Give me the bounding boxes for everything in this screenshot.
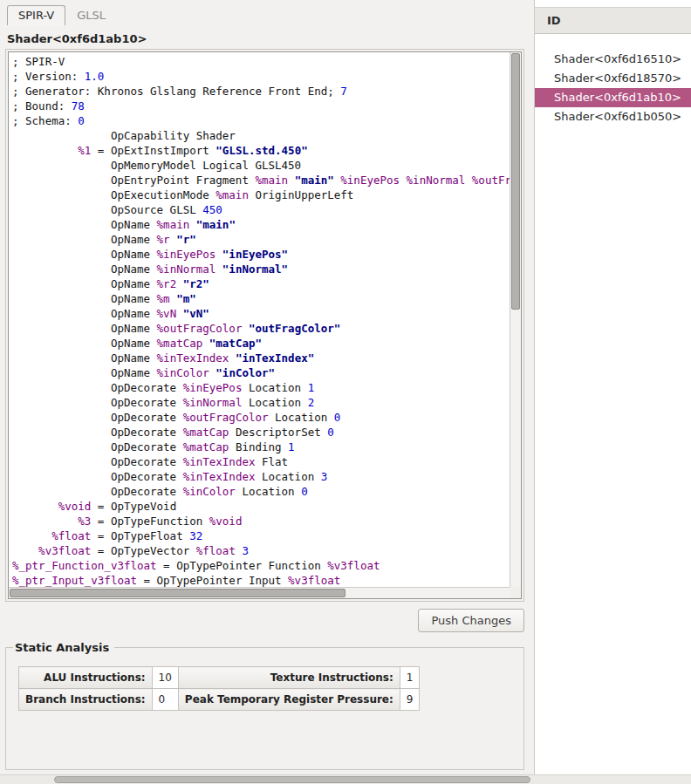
- analysis-table-row: Branch Instructions:0Peak Temporary Regi…: [19, 689, 420, 711]
- code-line: OpDecorate %matCap Binding 1: [12, 440, 510, 454]
- list-item[interactable]: Shader<0xf6d16510>: [535, 50, 691, 69]
- editor-vertical-scrollbar-thumb[interactable]: [511, 53, 520, 310]
- code-line: %1 = OpExtInstImport "GLSL.std.450": [12, 143, 510, 158]
- editor-button-row: Push Changes: [5, 609, 524, 632]
- code-line: OpEntryPoint Fragment %main "main" %inEy…: [12, 173, 510, 187]
- code-line: OpDecorate %matCap DescriptorSet 0: [12, 425, 510, 440]
- window-horizontal-scrollbar[interactable]: [0, 774, 691, 784]
- shader-title-label: Shader<0xf6d1ab10>: [7, 32, 524, 45]
- code-line: OpName %vN "vN": [12, 306, 510, 321]
- code-line: ; SPIR-V: [12, 54, 510, 69]
- code-line: OpName %inColor "inColor": [12, 365, 510, 380]
- code-line: OpDecorate %inColor Location 0: [12, 484, 510, 499]
- shader-tabbar: SPIR-V GLSL: [7, 5, 524, 25]
- analysis-cell-value: 0: [152, 689, 178, 711]
- code-line: OpName %main "main": [12, 217, 510, 232]
- code-line: OpDecorate %inEyePos Location 1: [12, 380, 510, 395]
- code-line: OpName %inTexIndex "inTexIndex": [12, 351, 510, 365]
- shader-id-pane: ID Shader<0xf6d16510>Shader<0xf6d18570>S…: [534, 0, 691, 774]
- analysis-cell-label: Branch Instructions:: [19, 689, 153, 711]
- code-line: %_ptr_Function_v3float = OpTypePointer F…: [12, 558, 510, 573]
- editor-vertical-scrollbar[interactable]: [510, 52, 521, 587]
- code-line: OpName %r "r": [12, 232, 510, 247]
- code-line: OpDecorate %inTexIndex Flat: [12, 454, 510, 469]
- analysis-cell-label: Texture Instructions:: [178, 667, 400, 689]
- list-item[interactable]: Shader<0xf6d1ab10>: [535, 88, 691, 107]
- code-content[interactable]: ; SPIR-V; Version: 1.0; Generator: Khron…: [9, 52, 510, 587]
- code-line: OpName %outFragColor "outFragColor": [12, 321, 510, 336]
- editor-horizontal-scrollbar-thumb[interactable]: [10, 589, 346, 597]
- analysis-cell-label: ALU Instructions:: [19, 667, 153, 689]
- code-line: %_ptr_Input_v3float = OpTypePointer Inpu…: [12, 573, 510, 587]
- analysis-table-row: ALU Instructions:10Texture Instructions:…: [19, 667, 420, 689]
- analysis-table-body: ALU Instructions:10Texture Instructions:…: [19, 667, 420, 711]
- analysis-cell-value: 10: [152, 667, 178, 689]
- code-line: OpName %matCap "matCap": [12, 336, 510, 351]
- code-line: OpDecorate %inNormal Location 2: [12, 395, 510, 410]
- pane-splitter[interactable]: [524, 0, 534, 774]
- code-line: OpDecorate %inTexIndex Location 3: [12, 469, 510, 484]
- code-line: OpDecorate %outFragColor Location 0: [12, 410, 510, 425]
- push-changes-button[interactable]: Push Changes: [418, 609, 524, 632]
- code-line: OpExecutionMode %main OriginUpperLeft: [12, 187, 510, 202]
- static-analysis-title: Static Analysis: [13, 641, 114, 654]
- list-item[interactable]: Shader<0xf6d18570>: [535, 69, 691, 88]
- code-line: %v3float = OpTypeVector %float 3: [12, 543, 510, 558]
- analysis-cell-value: 9: [400, 689, 420, 711]
- window-horizontal-scrollbar-thumb[interactable]: [54, 776, 530, 783]
- analysis-cell-value: 1: [400, 667, 420, 689]
- code-line: %void = OpTypeVoid: [12, 499, 510, 514]
- code-line: OpCapability Shader: [12, 128, 510, 143]
- code-line: OpMemoryModel Logical GLSL450: [12, 158, 510, 173]
- code-line: ; Bound: 78: [12, 99, 510, 113]
- code-line: OpName %inNormal "inNormal": [12, 262, 510, 276]
- code-line: ; Schema: 0: [12, 113, 510, 128]
- list-item[interactable]: Shader<0xf6d1b050>: [535, 107, 691, 126]
- static-analysis-group: Static Analysis ALU Instructions:10Textu…: [5, 641, 524, 770]
- code-line: %3 = OpTypeFunction %void: [12, 514, 510, 528]
- code-line: OpName %m "m": [12, 291, 510, 306]
- scrollbar-corner: [510, 587, 521, 598]
- analysis-cell-label: Peak Temporary Register Pressure:: [178, 689, 400, 711]
- code-line: ; Version: 1.0: [12, 69, 510, 84]
- code-line: OpName %r2 "r2": [12, 276, 510, 291]
- tab-spirv[interactable]: SPIR-V: [7, 5, 65, 25]
- code-line: %float = OpTypeFloat 32: [12, 528, 510, 543]
- analysis-table: ALU Instructions:10Texture Instructions:…: [18, 666, 420, 711]
- spirv-code-editor[interactable]: ; SPIR-V; Version: 1.0; Generator: Khron…: [8, 51, 522, 599]
- editor-horizontal-scrollbar[interactable]: [9, 587, 510, 598]
- editor-frame: ; SPIR-V; Version: 1.0; Generator: Khron…: [5, 49, 524, 602]
- code-line: OpName %inEyePos "inEyePos": [12, 247, 510, 262]
- code-line: ; Generator: Khronos Glslang Reference F…: [12, 84, 510, 99]
- shader-list: Shader<0xf6d16510>Shader<0xf6d18570>Shad…: [535, 34, 691, 126]
- code-line: OpSource GLSL 450: [12, 202, 510, 217]
- tab-glsl[interactable]: GLSL: [65, 5, 117, 25]
- shader-viewer-pane: SPIR-V GLSL Shader<0xf6d1ab10> ; SPIR-V;…: [0, 0, 530, 774]
- id-column-header[interactable]: ID: [535, 7, 691, 34]
